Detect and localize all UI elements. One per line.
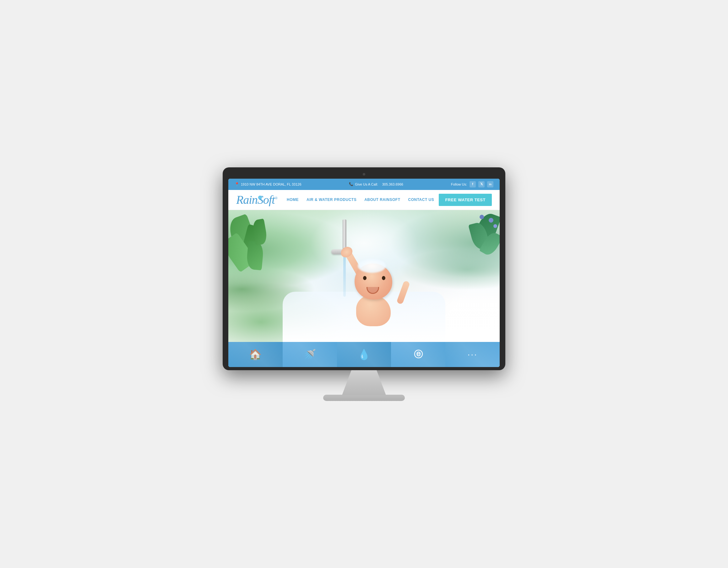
nav-link-about[interactable]: ABOUT RAINSOFT: [364, 197, 400, 202]
eye-right: [382, 276, 385, 280]
flower: [480, 215, 484, 219]
baby-head: [355, 263, 392, 300]
hero-section: [228, 210, 500, 342]
monitor-stand: [333, 370, 395, 395]
icon-panel-5[interactable]: ···: [445, 342, 500, 367]
monitor-screen: 📍 1910 NW 84TH AVE DORAL, FL 33126 📞 Giv…: [228, 179, 500, 367]
logo-text: RainSoft®: [236, 194, 277, 206]
icon-panel-1[interactable]: 🏠: [228, 342, 283, 367]
panel-icon-4: ⓔ: [414, 349, 423, 360]
phone-number[interactable]: 305.363.6966: [382, 182, 403, 186]
faucet-neck: [343, 219, 346, 251]
eye-left: [363, 276, 367, 280]
monitor-body: 📍 1910 NW 84TH AVE DORAL, FL 33126 📞 Giv…: [223, 167, 505, 370]
phone-label: Give Us A Call:: [355, 182, 378, 186]
follow-label: Follow Us:: [451, 182, 467, 186]
plant-right: [456, 210, 500, 279]
nav-link-air-water[interactable]: AIR & WATER PRODUCTS: [307, 197, 356, 202]
nav-bar: RainSoft® HOME AIR & WATER PRODUCTS ABOU…: [228, 190, 500, 210]
flower: [493, 224, 497, 228]
flower: [489, 218, 493, 223]
panel-icon-2: 🚿: [303, 349, 316, 360]
plant-left: [228, 210, 279, 298]
monitor-wrapper: 📍 1910 NW 84TH AVE DORAL, FL 33126 📞 Giv…: [223, 167, 505, 401]
soap-on-head: [358, 259, 386, 273]
icons-bar: 🏠 🚿 💧 ⓔ ···: [228, 342, 500, 367]
phone-icon: 📞: [349, 182, 353, 186]
panel-icon-5: ···: [467, 349, 477, 360]
baby: [355, 263, 392, 326]
panel-icon-3: 💧: [358, 349, 370, 360]
phone-section[interactable]: 📞 Give Us A Call: 305.363.6966: [349, 182, 403, 186]
nav-links: HOME AIR & WATER PRODUCTS ABOUT RAINSOFT…: [287, 197, 439, 202]
water-stream: [343, 256, 346, 297]
twitter-icon[interactable]: 𝕏: [478, 181, 485, 187]
panel-icon-1: 🏠: [249, 349, 262, 360]
location-icon: 📍: [235, 182, 239, 187]
facebook-icon[interactable]: f: [470, 181, 476, 187]
top-bar: 📍 1910 NW 84TH AVE DORAL, FL 33126 📞 Giv…: [228, 179, 500, 190]
monitor-camera: [363, 173, 365, 176]
leaf: [246, 241, 264, 270]
mouth: [367, 287, 379, 294]
social-section: Follow Us: f 𝕏 in: [451, 181, 493, 187]
nav-link-contact[interactable]: CONTACT US: [408, 197, 434, 202]
monitor-base: [323, 395, 405, 401]
linkedin-icon[interactable]: in: [487, 181, 493, 187]
icon-panel-4[interactable]: ⓔ: [391, 342, 445, 367]
address-section: 📍 1910 NW 84TH AVE DORAL, FL 33126: [235, 182, 302, 187]
baby-torso: [356, 295, 391, 326]
icon-panel-3[interactable]: 💧: [337, 342, 391, 367]
icon-panel-2[interactable]: 🚿: [283, 342, 337, 367]
logo[interactable]: RainSoft®: [236, 194, 277, 206]
free-water-test-button[interactable]: FREE WATER TEST: [439, 194, 492, 206]
address-text: 1910 NW 84TH AVE DORAL, FL 33126: [241, 182, 302, 186]
nav-link-home[interactable]: HOME: [287, 197, 299, 202]
